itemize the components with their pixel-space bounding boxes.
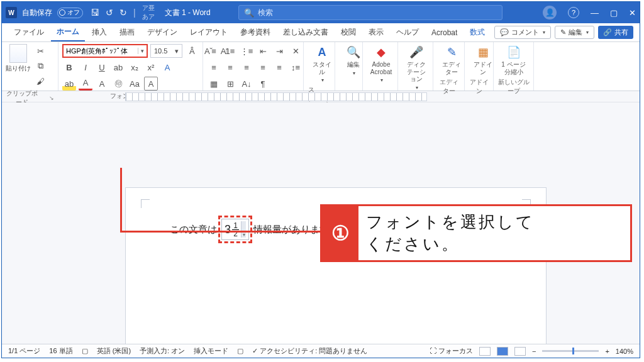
tab-review[interactable]: 校閲 (335, 24, 362, 41)
qat-more[interactable]: ア亜あア (142, 4, 155, 21)
group-clipboard: 貼り付け ✂ ⧉ 🖌 クリップボード↘ (2, 42, 58, 90)
tab-layout[interactable]: レイアウト (184, 24, 233, 41)
macro-icon[interactable]: ▢ (237, 347, 243, 355)
status-predict[interactable]: 予測入力: オン (140, 346, 185, 356)
char-shading-icon[interactable]: A (95, 77, 109, 90)
search-box[interactable]: 🔍 検索 (238, 5, 502, 20)
annotation-line-h (120, 231, 328, 233)
status-accessibility[interactable]: ✓ アクセシビリティ: 問題ありません (252, 346, 367, 356)
align-left-icon[interactable]: ≡ (207, 60, 221, 74)
align-right-icon[interactable]: ≡ (240, 60, 253, 74)
font-size-combo[interactable]: 10.5▾ (150, 44, 182, 58)
status-page[interactable]: 1/1 ページ (8, 346, 40, 356)
tab-draw[interactable]: 描画 (114, 24, 140, 41)
status-lang[interactable]: 英語 (米国) (97, 346, 131, 356)
spellcheck-icon[interactable]: ▢ (82, 347, 88, 355)
text-effects-icon[interactable]: A (160, 60, 174, 74)
zoom-out-button[interactable]: − (532, 348, 536, 355)
asian-layout-icon[interactable]: ✕ (289, 44, 303, 58)
multilevel-icon[interactable]: ⋮≡ (240, 44, 253, 58)
decrease-indent-icon[interactable]: ⇤ (256, 44, 270, 58)
status-words[interactable]: 16 単語 (49, 346, 72, 356)
tab-file[interactable]: ファイル (8, 24, 50, 41)
redo-icon[interactable]: ↻ (119, 8, 127, 18)
tab-equation[interactable]: 数式 (464, 24, 491, 41)
chevron-down-icon[interactable]: ▾ (138, 48, 147, 54)
tab-home[interactable]: ホーム (51, 23, 85, 41)
format-painter-icon[interactable]: 🖌 (33, 74, 47, 88)
titlebar: W 自動保存 オフ 🖫 ↺ ↻ | ア亜あア 文書 1 - Word 🔍 検索 … (2, 2, 640, 23)
font-name-combo[interactable]: ▾ (62, 44, 148, 58)
undo-icon[interactable]: ↺ (106, 8, 113, 18)
numbering-icon[interactable]: 1≡ (223, 44, 237, 58)
grow-font-icon[interactable]: Â (185, 44, 199, 58)
enclose-char-icon[interactable]: ㊞ (111, 77, 125, 90)
zoom-in-button[interactable]: + (605, 348, 609, 355)
zoom-level[interactable]: 140% (616, 348, 633, 355)
tab-design[interactable]: デザイン (142, 24, 183, 41)
comments-button[interactable]: 💬 コメント ▾ (494, 26, 551, 39)
equation-dropdown-handle[interactable] (241, 221, 246, 238)
close-button[interactable]: ✕ (629, 8, 636, 18)
account-avatar[interactable]: 👤 (543, 6, 557, 19)
share-button[interactable]: 🔗 共有 (598, 26, 633, 39)
dictation-button[interactable]: 🎤ディクテーション▾ (402, 44, 431, 92)
print-view-icon[interactable] (497, 347, 508, 356)
styles-button[interactable]: Aスタイル▾ (308, 44, 336, 84)
web-view-icon[interactable] (514, 347, 526, 356)
highlight-color-icon[interactable]: ab (62, 77, 76, 90)
tab-references[interactable]: 参考資料 (235, 24, 276, 41)
group-newgroup: 📄1 ページ分縮小 新しいグループ (494, 42, 534, 90)
subscript-button[interactable]: x₂ (128, 60, 142, 74)
phonetic-guide-icon[interactable]: Aa (128, 77, 142, 90)
editing-mode-button[interactable]: ✎ 編集 ▾ (555, 26, 594, 39)
paste-button[interactable]: 貼り付け (6, 44, 31, 73)
distribute-icon[interactable]: ≡ (272, 60, 286, 74)
shrink-one-page-button[interactable]: 📄1 ページ分縮小 (497, 44, 530, 77)
read-view-icon[interactable] (479, 347, 491, 356)
superscript-button[interactable]: x² (144, 60, 158, 74)
status-insert[interactable]: 挿入モード (194, 346, 228, 356)
autosave-toggle[interactable]: オフ (57, 8, 83, 18)
char-border-icon[interactable]: A (144, 77, 158, 90)
italic-button[interactable]: I (79, 60, 92, 74)
copy-icon[interactable]: ⧉ (33, 59, 47, 73)
focus-mode-button[interactable]: ⛶ フォーカス (430, 346, 473, 356)
align-center-icon[interactable]: ≡ (223, 60, 237, 74)
border-icon[interactable]: ⊞ (223, 77, 237, 90)
group-paragraph: ≡ 1≡ ⋮≡ ⇤ ⇥ ✕ ≡ ≡ ≡ ≡ ≡ ↕≡ ▦ ⊞ (203, 42, 304, 90)
increase-indent-icon[interactable]: ⇥ (272, 44, 286, 58)
line-spacing-icon[interactable]: ↕≡ (289, 60, 303, 74)
font-color-icon[interactable]: A (79, 77, 92, 90)
app-window: W 自動保存 オフ 🖫 ↺ ↻ | ア亜あア 文書 1 - Word 🔍 検索 … (1, 1, 640, 358)
group-style: Aスタイル▾ スタイル↘ (304, 42, 335, 90)
tab-help[interactable]: ヘルプ (391, 24, 425, 41)
shading-icon[interactable]: ▦ (207, 77, 221, 90)
underline-button[interactable]: U (95, 60, 109, 74)
justify-icon[interactable]: ≡ (256, 60, 270, 74)
tab-insert[interactable]: 挿入 (86, 24, 113, 41)
acrobat-button[interactable]: ◆Adobe Acrobat▾ (367, 44, 396, 84)
equation-selection[interactable]: 3 1 2 (218, 216, 252, 243)
zoom-slider[interactable] (542, 350, 599, 352)
help-icon[interactable]: ? (568, 7, 579, 18)
editor-button[interactable]: ✎エディター (437, 44, 466, 77)
maximize-button[interactable]: ▢ (610, 8, 618, 18)
font-name-input[interactable] (64, 47, 138, 55)
show-marks-icon[interactable]: ¶ (256, 77, 270, 90)
tab-view[interactable]: 表示 (363, 24, 389, 41)
minimize-button[interactable]: — (591, 8, 599, 18)
callout-number: ① (322, 206, 358, 260)
text-before: この文章は (170, 224, 217, 236)
group-acrobat: ◆Adobe Acrobat▾ (363, 42, 398, 90)
save-icon[interactable]: 🖫 (91, 8, 99, 18)
cut-icon[interactable]: ✂ (33, 44, 47, 58)
sort-icon[interactable]: A↓ (240, 77, 253, 90)
tab-acrobat[interactable]: Acrobat (426, 25, 463, 40)
tab-mailings[interactable]: 差し込み文書 (277, 24, 334, 41)
strike-button[interactable]: ab (111, 60, 125, 74)
bold-button[interactable]: B (62, 60, 76, 74)
bullets-icon[interactable]: ≡ (207, 44, 221, 58)
equation-box[interactable]: 3 1 2 (221, 219, 249, 240)
group-font: ▾ 10.5▾ Â Aˇ A⃠ B I U ab x₂ x² A (58, 42, 203, 90)
